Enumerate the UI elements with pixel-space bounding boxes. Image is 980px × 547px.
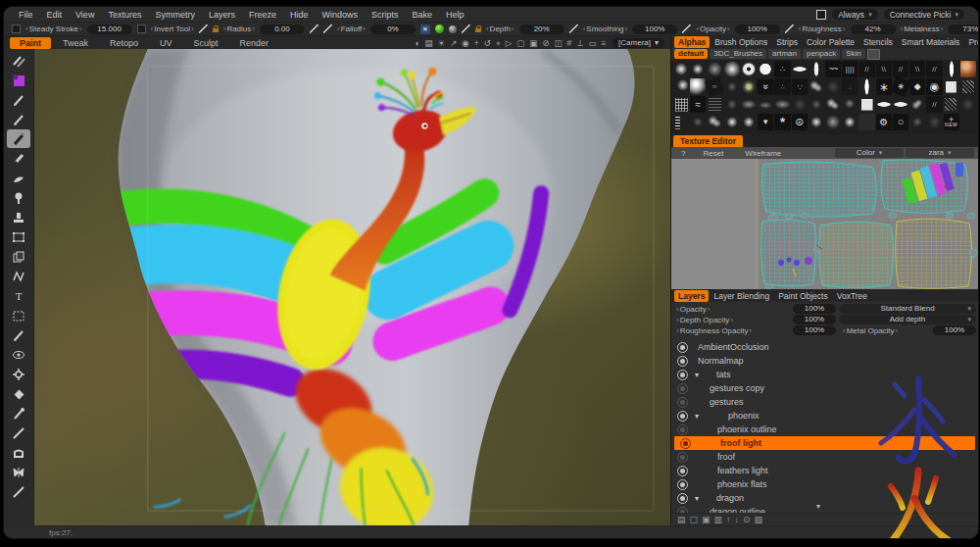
steady-stroke-checkbox[interactable]	[12, 25, 21, 33]
tool-curve[interactable]	[7, 267, 30, 285]
alpha-splat[interactable]	[825, 96, 841, 113]
layer-phoenix[interactable]: ▾phoenix	[671, 409, 978, 423]
alpha-soft[interactable]	[724, 114, 740, 130]
freeze-icon[interactable]: ×	[420, 25, 430, 34]
brush-stroke-icon[interactable]	[310, 25, 318, 33]
alpha-fuzzy[interactable]	[825, 114, 841, 130]
visibility-toggle[interactable]	[671, 397, 692, 408]
menu-view[interactable]: View	[69, 10, 101, 20]
alpha-hbar[interactable]	[792, 61, 808, 77]
alpha-soft-sq[interactable]	[673, 61, 689, 77]
disable-icon[interactable]: ⊘	[541, 37, 551, 49]
tab-layer-blending[interactable]: Layer Blending	[710, 291, 773, 301]
color-mode-dropdown[interactable]: Color▾	[835, 148, 904, 158]
layer-tats[interactable]: ▾tats	[671, 368, 978, 381]
workspace-tab-sculpt[interactable]: Sculpt	[184, 38, 228, 48]
lock-icon[interactable]	[475, 28, 481, 32]
delete-layer-icon[interactable]: ▢	[690, 514, 699, 525]
expand-arrow-icon[interactable]: ▾	[695, 371, 703, 379]
expand-arrow-icon[interactable]: ▾	[695, 412, 703, 421]
help-button[interactable]: ?	[675, 149, 691, 158]
tab-presets[interactable]: Presets	[964, 37, 979, 47]
alpha-hbar[interactable]	[893, 96, 908, 113]
camera-dropdown[interactable]: [Camera]▾	[612, 38, 664, 48]
background-icon[interactable]: ▤	[423, 37, 434, 49]
alpha-faint2[interactable]	[792, 96, 808, 113]
steady-stroke-value[interactable]: 15.000	[87, 25, 132, 34]
tab-strips[interactable]: Strips	[772, 37, 802, 47]
brush-set-folder-icon[interactable]	[867, 49, 880, 60]
tab-voxtree[interactable]: VoxTree	[833, 291, 871, 301]
workspace-tab-tweak[interactable]: Tweak	[53, 38, 98, 48]
tool-text-tool[interactable]: T	[7, 286, 30, 305]
tool-frame-tool[interactable]	[7, 306, 30, 324]
alpha-noise2[interactable]	[707, 96, 722, 113]
alpha-faint[interactable]	[690, 114, 706, 130]
brush-set-default[interactable]: default	[674, 49, 708, 59]
alpha-branch[interactable]: ∗	[890, 76, 910, 98]
alpha-figure[interactable]	[842, 96, 858, 113]
alpha-diamond[interactable]: ◆	[909, 78, 925, 95]
alpha-scratch[interactable]: //	[926, 96, 942, 113]
alpha-noise[interactable]	[960, 78, 976, 95]
alpha-scratch2[interactable]: \\	[909, 61, 925, 77]
tool-eye-tool[interactable]	[7, 345, 30, 364]
smoothing-value[interactable]: 100%	[632, 25, 677, 34]
visibility-toggle[interactable]	[671, 370, 692, 380]
alpha-vbar-b[interactable]	[858, 78, 874, 95]
visibility-toggle[interactable]	[671, 424, 692, 435]
workspace-tab-paint[interactable]: Paint	[10, 37, 51, 49]
rotate-view-icon[interactable]: ↺	[482, 37, 492, 49]
brush-set-3dc-brushes[interactable]: 3DC_Brushes	[710, 49, 766, 59]
depth-opacity-value[interactable]: 100%	[793, 315, 836, 324]
alpha-faint2[interactable]	[960, 96, 976, 113]
always-checkbox[interactable]	[816, 10, 826, 20]
invert-tool-checkbox[interactable]	[137, 25, 146, 33]
pick-mode-dropdown[interactable]: Connective Picki▾	[884, 9, 964, 20]
menu-help[interactable]: Help	[439, 10, 471, 20]
alpha-moss[interactable]	[741, 78, 757, 95]
alpha-splatter[interactable]	[808, 78, 824, 95]
sync-layer-icon[interactable]: ⊙	[743, 514, 751, 525]
tab-smart-materials[interactable]: Smart Materials	[898, 37, 964, 47]
move-layer-down-icon[interactable]: ↓	[735, 514, 740, 525]
visibility-toggle[interactable]	[671, 383, 692, 394]
layer-folder-icon[interactable]: ▨	[755, 514, 763, 525]
alpha-coil[interactable]	[673, 114, 689, 130]
menu-layers[interactable]: Layers	[202, 10, 242, 20]
alpha-splat2[interactable]	[909, 96, 925, 113]
alpha-noise[interactable]	[944, 96, 959, 113]
alpha-blades[interactable]: *	[774, 114, 790, 130]
roughness-value[interactable]: 42%	[851, 25, 896, 34]
tool-smudge[interactable]	[7, 169, 30, 187]
tool-airbrush[interactable]	[7, 188, 30, 207]
tool-gear-tool[interactable]	[7, 365, 30, 383]
alpha-faint2[interactable]	[926, 114, 942, 130]
falloff-value[interactable]: 0%	[370, 25, 416, 34]
visibility-toggle[interactable]	[671, 493, 692, 504]
alpha-faint[interactable]	[808, 96, 824, 113]
tool-color-swatch[interactable]	[7, 71, 30, 89]
visibility-toggle[interactable]	[671, 452, 692, 463]
alpha-burst[interactable]: ∗	[876, 78, 892, 95]
layer-dragon-outline[interactable]: dragon outline	[671, 505, 978, 513]
viewcube-icon[interactable]: ◫	[553, 37, 564, 49]
alpha-fuzzy[interactable]	[707, 61, 722, 77]
snap-icon[interactable]: ↗	[449, 37, 459, 49]
layer-ambientocclusion[interactable]: AmbientOcclusion	[671, 340, 978, 354]
tool-symmetry-butterfly[interactable]	[7, 463, 30, 481]
menu-bake[interactable]: Bake	[405, 10, 439, 20]
layer-froof[interactable]: froof	[671, 450, 978, 464]
tool-copy-docs[interactable]	[7, 247, 30, 266]
tab-alphas[interactable]: Alphas	[674, 36, 710, 48]
alpha-scratchy[interactable]: ≈	[705, 76, 725, 98]
tab-texture-editor[interactable]: Texture Editor	[673, 135, 743, 147]
alpha-weave[interactable]	[673, 96, 689, 113]
tab-layers[interactable]: Layers	[674, 290, 709, 302]
tool-stamp[interactable]	[7, 208, 30, 226]
menu-hide[interactable]: Hide	[283, 10, 316, 20]
opacity-value[interactable]: 100%	[793, 304, 836, 314]
brush-set-penpack[interactable]: penpack	[803, 49, 840, 59]
depth-value[interactable]: 20%	[519, 25, 564, 34]
menu-edit[interactable]: Edit	[40, 10, 70, 20]
